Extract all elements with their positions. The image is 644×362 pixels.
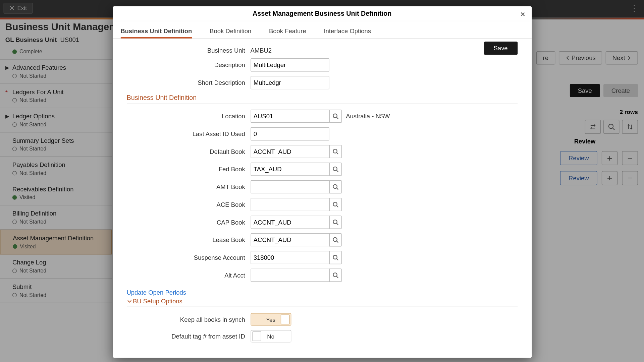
svg-point-4	[333, 114, 337, 118]
status-text: Not Started	[19, 268, 46, 274]
section-bu-definition: Business Unit Definition	[127, 94, 518, 101]
tab-bu-definition[interactable]: Business Unit Definition	[120, 25, 192, 39]
status-text: Visited	[20, 243, 36, 249]
bu-label: Business Unit	[127, 47, 251, 54]
amt-book-input[interactable]	[251, 180, 329, 194]
sidebar-item[interactable]: Payables DefinitionNot Started	[0, 157, 112, 181]
status-dot	[12, 171, 17, 175]
short-description-input[interactable]	[251, 76, 329, 89]
default-book-label: Default Book	[127, 148, 251, 155]
sort-icon[interactable]	[622, 120, 638, 134]
svg-line-19	[336, 259, 338, 260]
sidebar-item-label: Asset Management Definition	[13, 235, 105, 242]
cap-book-input[interactable]	[251, 216, 329, 229]
lookup-icon[interactable]	[329, 163, 341, 176]
next-button[interactable]: Next	[606, 51, 638, 65]
chevron-right-icon: ▶	[5, 114, 9, 119]
fed-book-input[interactable]	[251, 163, 329, 176]
svg-point-2	[609, 124, 613, 128]
status-text: Not Started	[19, 121, 46, 127]
remove-row-button[interactable]: −	[622, 151, 638, 165]
divider	[127, 103, 518, 103]
sidebar-item[interactable]: Asset Management DefinitionVisited	[0, 230, 112, 254]
lookup-icon[interactable]	[329, 198, 341, 211]
create-button[interactable]: Create	[603, 84, 638, 97]
lookup-icon[interactable]	[329, 110, 341, 123]
status-dot	[12, 50, 17, 54]
svg-point-20	[333, 273, 337, 277]
modal-save-button[interactable]: Save	[484, 42, 518, 55]
kebab-menu[interactable]: ⋮	[628, 1, 641, 15]
location-input[interactable]	[251, 110, 329, 123]
previous-button[interactable]: Previous	[559, 51, 602, 65]
sidebar-item[interactable]: Receivables DefinitionVisited	[0, 181, 112, 205]
close-icon[interactable]: ✕	[518, 9, 527, 19]
review-button[interactable]: Review	[560, 151, 597, 165]
save-button[interactable]: Save	[570, 84, 600, 97]
fed-book-label: Fed Book	[127, 166, 251, 173]
sidebar-item-label: Ledgers For A Unit	[12, 88, 106, 96]
keep-books-toggle[interactable]: Yes	[251, 313, 291, 325]
lookup-icon[interactable]	[329, 268, 341, 282]
svg-line-11	[336, 188, 338, 190]
tab-book-definition[interactable]: Book Definition	[210, 25, 251, 39]
description-label: Description	[127, 61, 251, 68]
suspense-input[interactable]	[251, 251, 329, 264]
column-header-review: Review	[574, 138, 596, 145]
sidebar-item[interactable]: CompleteComplete	[0, 47, 112, 60]
sidebar-item[interactable]: ▶Advanced FeaturesNot Started	[0, 60, 112, 84]
svg-point-8	[333, 167, 337, 171]
svg-point-18	[333, 255, 337, 259]
lookup-icon[interactable]	[329, 180, 341, 194]
modal-title: Asset Management Business Unit Definitio…	[253, 10, 391, 17]
location-label: Location	[127, 113, 251, 120]
short-description-label: Short Description	[127, 79, 251, 86]
last-asset-input[interactable]	[251, 127, 329, 141]
tab-interface-options[interactable]: Interface Options	[324, 25, 371, 39]
exit-button[interactable]: Exit	[4, 2, 33, 13]
alt-acct-input[interactable]	[251, 268, 329, 282]
share-button-partial[interactable]: re	[536, 51, 555, 65]
status-text: Not Started	[19, 146, 46, 152]
default-tag-toggle[interactable]: No	[251, 330, 291, 343]
status-text: Complete	[19, 49, 42, 55]
sidebar: CompleteComplete▶Advanced FeaturesNot St…	[0, 47, 112, 362]
modal: Asset Management Business Unit Definitio…	[112, 6, 531, 358]
add-row-button[interactable]: +	[602, 151, 618, 165]
sidebar-item-label: Change Log	[12, 259, 106, 266]
status-text: Not Started	[19, 73, 46, 79]
sidebar-item[interactable]: SubmitNot Started	[0, 279, 112, 303]
ace-book-input[interactable]	[251, 198, 329, 211]
search-icon[interactable]	[603, 120, 619, 134]
close-icon	[9, 5, 15, 11]
lookup-icon[interactable]	[329, 216, 341, 229]
lookup-icon[interactable]	[329, 251, 341, 264]
review-button[interactable]: Review	[560, 171, 597, 185]
tab-book-feature[interactable]: Book Feature	[269, 25, 306, 39]
sidebar-item[interactable]: Summary Ledger SetsNot Started	[0, 132, 112, 157]
bu-value: AMBU2	[251, 47, 272, 54]
sidebar-item[interactable]: ▶Ledger OptionsNot Started	[0, 108, 112, 132]
update-open-periods-link[interactable]: Update Open Periods	[127, 289, 186, 296]
sidebar-item[interactable]: Ledgers For A UnitNot Started	[0, 84, 112, 108]
lease-book-input[interactable]	[251, 233, 329, 247]
sidebar-item[interactable]: Billing DefinitionNot Started	[0, 205, 112, 230]
svg-point-16	[333, 238, 337, 242]
lookup-icon[interactable]	[329, 233, 341, 247]
lookup-icon[interactable]	[329, 145, 341, 158]
status-dot	[13, 244, 17, 249]
gl-value: US001	[60, 36, 79, 43]
exit-label: Exit	[17, 5, 27, 11]
swap-icon[interactable]	[585, 120, 601, 134]
add-row-button[interactable]: +	[602, 171, 618, 185]
remove-row-button[interactable]: −	[622, 171, 638, 185]
description-input[interactable]	[251, 58, 329, 72]
default-tag-label: Default tag # from asset ID	[127, 333, 251, 340]
status-dot	[12, 74, 17, 78]
default-book-input[interactable]	[251, 145, 329, 158]
sidebar-item-label: Billing Definition	[12, 210, 106, 217]
sidebar-item[interactable]: Change LogNot Started	[0, 254, 112, 279]
status-text: Not Started	[19, 97, 46, 103]
bu-setup-options-header[interactable]: BU Setup Options	[127, 298, 518, 305]
status-dot	[12, 147, 17, 151]
